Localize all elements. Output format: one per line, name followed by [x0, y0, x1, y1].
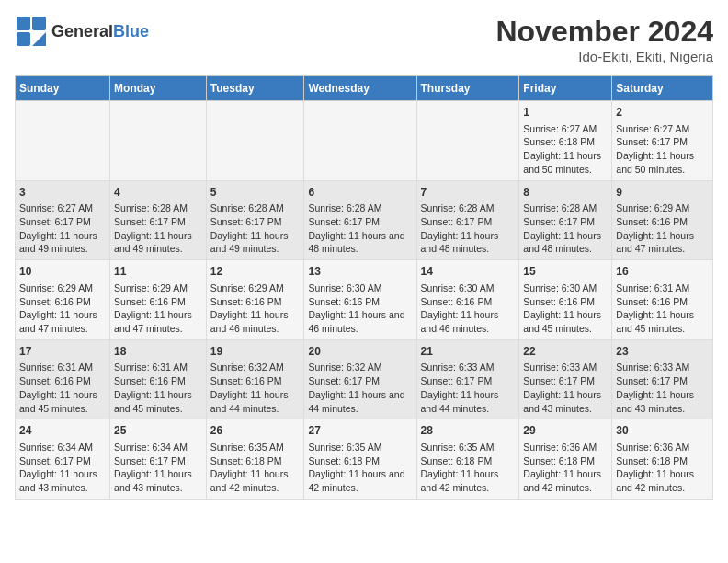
calendar-cell: 30Sunrise: 6:36 AM Sunset: 6:18 PM Dayli…	[612, 419, 713, 500]
day-number: 2	[616, 105, 709, 121]
day-number: 16	[616, 264, 709, 280]
day-number: 5	[210, 185, 301, 201]
day-detail: Sunrise: 6:27 AM Sunset: 6:18 PM Dayligh…	[523, 122, 608, 177]
day-detail: Sunrise: 6:33 AM Sunset: 6:17 PM Dayligh…	[616, 361, 709, 415]
day-detail: Sunrise: 6:36 AM Sunset: 6:18 PM Dayligh…	[523, 441, 608, 495]
day-number: 17	[19, 344, 106, 360]
calendar-cell: 15Sunrise: 6:30 AM Sunset: 6:16 PM Dayli…	[519, 260, 612, 340]
calendar-cell: 23Sunrise: 6:33 AM Sunset: 6:17 PM Dayli…	[612, 339, 713, 419]
svg-rect-1	[32, 17, 46, 30]
header: GeneralBlue November 2024 Ido-Ekiti, Eki…	[15, 15, 713, 64]
day-number: 4	[114, 185, 202, 201]
day-detail: Sunrise: 6:30 AM Sunset: 6:16 PM Dayligh…	[421, 282, 516, 336]
column-header-friday: Friday	[519, 76, 612, 101]
svg-rect-2	[17, 32, 30, 46]
day-number: 23	[616, 344, 709, 360]
calendar-cell: 19Sunrise: 6:32 AM Sunset: 6:16 PM Dayli…	[206, 339, 304, 419]
calendar-week-row: 3Sunrise: 6:27 AM Sunset: 6:17 PM Daylig…	[16, 180, 713, 260]
calendar-cell: 5Sunrise: 6:28 AM Sunset: 6:17 PM Daylig…	[206, 180, 304, 260]
day-detail: Sunrise: 6:28 AM Sunset: 6:17 PM Dayligh…	[523, 201, 608, 256]
logo: GeneralBlue	[15, 15, 149, 48]
calendar-cell: 18Sunrise: 6:31 AM Sunset: 6:16 PM Dayli…	[110, 339, 207, 419]
day-detail: Sunrise: 6:28 AM Sunset: 6:17 PM Dayligh…	[308, 201, 412, 256]
day-detail: Sunrise: 6:29 AM Sunset: 6:16 PM Dayligh…	[616, 201, 709, 256]
day-number: 28	[421, 423, 516, 439]
day-number: 14	[421, 264, 516, 280]
calendar-cell: 24Sunrise: 6:34 AM Sunset: 6:17 PM Dayli…	[16, 419, 110, 500]
calendar-cell	[416, 101, 519, 181]
calendar-cell: 14Sunrise: 6:30 AM Sunset: 6:16 PM Dayli…	[416, 260, 519, 340]
calendar-cell: 29Sunrise: 6:36 AM Sunset: 6:18 PM Dayli…	[519, 419, 612, 500]
day-detail: Sunrise: 6:30 AM Sunset: 6:16 PM Dayligh…	[523, 282, 608, 336]
day-number: 15	[523, 264, 608, 280]
calendar-cell	[304, 101, 416, 181]
day-number: 9	[616, 185, 709, 201]
calendar-cell: 6Sunrise: 6:28 AM Sunset: 6:17 PM Daylig…	[304, 180, 416, 260]
day-detail: Sunrise: 6:33 AM Sunset: 6:17 PM Dayligh…	[421, 361, 516, 415]
calendar-cell: 17Sunrise: 6:31 AM Sunset: 6:16 PM Dayli…	[16, 339, 110, 419]
day-detail: Sunrise: 6:32 AM Sunset: 6:16 PM Dayligh…	[210, 361, 301, 415]
calendar-table: SundayMondayTuesdayWednesdayThursdayFrid…	[15, 75, 713, 500]
day-number: 11	[114, 264, 202, 280]
day-detail: Sunrise: 6:31 AM Sunset: 6:16 PM Dayligh…	[616, 282, 709, 336]
svg-rect-0	[17, 17, 30, 30]
day-detail: Sunrise: 6:35 AM Sunset: 6:18 PM Dayligh…	[421, 441, 516, 495]
calendar-cell	[206, 101, 304, 181]
day-detail: Sunrise: 6:36 AM Sunset: 6:18 PM Dayligh…	[616, 441, 709, 495]
column-header-tuesday: Tuesday	[206, 76, 304, 101]
calendar-cell: 25Sunrise: 6:34 AM Sunset: 6:17 PM Dayli…	[110, 419, 207, 500]
day-number: 1	[523, 105, 608, 121]
calendar-cell: 7Sunrise: 6:28 AM Sunset: 6:17 PM Daylig…	[416, 180, 519, 260]
day-number: 20	[308, 344, 412, 360]
day-number: 7	[421, 185, 516, 201]
logo-icon	[15, 15, 48, 48]
calendar-cell: 22Sunrise: 6:33 AM Sunset: 6:17 PM Dayli…	[519, 339, 612, 419]
day-detail: Sunrise: 6:29 AM Sunset: 6:16 PM Dayligh…	[114, 282, 202, 336]
calendar-cell: 28Sunrise: 6:35 AM Sunset: 6:18 PM Dayli…	[416, 419, 519, 500]
calendar-cell: 4Sunrise: 6:28 AM Sunset: 6:17 PM Daylig…	[110, 180, 207, 260]
svg-marker-3	[32, 32, 46, 46]
calendar-cell: 12Sunrise: 6:29 AM Sunset: 6:16 PM Dayli…	[206, 260, 304, 340]
column-header-saturday: Saturday	[612, 76, 713, 101]
title-area: November 2024 Ido-Ekiti, Ekiti, Nigeria	[495, 15, 713, 64]
day-number: 25	[114, 423, 202, 439]
calendar-cell: 9Sunrise: 6:29 AM Sunset: 6:16 PM Daylig…	[612, 180, 713, 260]
calendar-cell: 27Sunrise: 6:35 AM Sunset: 6:18 PM Dayli…	[304, 419, 416, 500]
day-detail: Sunrise: 6:28 AM Sunset: 6:17 PM Dayligh…	[210, 201, 301, 256]
day-detail: Sunrise: 6:31 AM Sunset: 6:16 PM Dayligh…	[114, 361, 202, 415]
day-number: 24	[19, 423, 106, 439]
column-header-monday: Monday	[110, 76, 207, 101]
logo-blue: Blue	[113, 22, 149, 40]
day-detail: Sunrise: 6:29 AM Sunset: 6:16 PM Dayligh…	[19, 282, 106, 336]
column-header-sunday: Sunday	[16, 76, 110, 101]
day-detail: Sunrise: 6:27 AM Sunset: 6:17 PM Dayligh…	[19, 201, 106, 256]
calendar-cell	[16, 101, 110, 181]
calendar-cell: 21Sunrise: 6:33 AM Sunset: 6:17 PM Dayli…	[416, 339, 519, 419]
day-number: 21	[421, 344, 516, 360]
calendar-cell: 20Sunrise: 6:32 AM Sunset: 6:17 PM Dayli…	[304, 339, 416, 419]
day-detail: Sunrise: 6:34 AM Sunset: 6:17 PM Dayligh…	[19, 441, 106, 495]
day-number: 30	[616, 423, 709, 439]
subtitle: Ido-Ekiti, Ekiti, Nigeria	[495, 49, 713, 64]
day-detail: Sunrise: 6:35 AM Sunset: 6:18 PM Dayligh…	[210, 441, 301, 495]
day-detail: Sunrise: 6:28 AM Sunset: 6:17 PM Dayligh…	[421, 201, 516, 256]
calendar-week-row: 17Sunrise: 6:31 AM Sunset: 6:16 PM Dayli…	[16, 339, 713, 419]
logo-text: GeneralBlue	[51, 22, 149, 40]
day-number: 10	[19, 264, 106, 280]
day-detail: Sunrise: 6:35 AM Sunset: 6:18 PM Dayligh…	[308, 441, 412, 495]
day-number: 6	[308, 185, 412, 201]
day-number: 29	[523, 423, 608, 439]
main-title: November 2024	[495, 15, 713, 49]
calendar-cell: 13Sunrise: 6:30 AM Sunset: 6:16 PM Dayli…	[304, 260, 416, 340]
day-detail: Sunrise: 6:27 AM Sunset: 6:17 PM Dayligh…	[616, 122, 709, 177]
day-detail: Sunrise: 6:29 AM Sunset: 6:16 PM Dayligh…	[210, 282, 301, 336]
day-number: 12	[210, 264, 301, 280]
calendar-cell: 8Sunrise: 6:28 AM Sunset: 6:17 PM Daylig…	[519, 180, 612, 260]
day-detail: Sunrise: 6:33 AM Sunset: 6:17 PM Dayligh…	[523, 361, 608, 415]
day-number: 26	[210, 423, 301, 439]
calendar-cell: 11Sunrise: 6:29 AM Sunset: 6:16 PM Dayli…	[110, 260, 207, 340]
day-number: 8	[523, 185, 608, 201]
calendar-week-row: 10Sunrise: 6:29 AM Sunset: 6:16 PM Dayli…	[16, 260, 713, 340]
calendar-week-row: 1Sunrise: 6:27 AM Sunset: 6:18 PM Daylig…	[16, 101, 713, 181]
calendar-cell: 26Sunrise: 6:35 AM Sunset: 6:18 PM Dayli…	[206, 419, 304, 500]
